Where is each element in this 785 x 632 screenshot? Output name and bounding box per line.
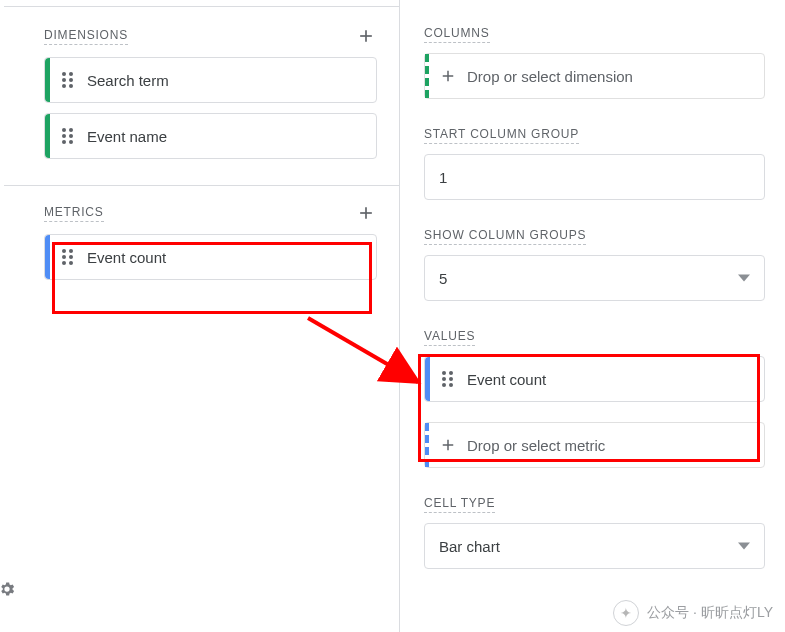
chevron-down-icon [738,270,750,287]
plus-icon [439,67,457,85]
metric-stripe [45,235,50,279]
metrics-title: METRICS [44,205,104,222]
start-column-group-title: START COLUMN GROUP [424,127,579,144]
chip-label: Search term [87,72,169,89]
start-column-group-input[interactable]: 1 [424,154,765,200]
drag-handle-icon[interactable] [59,72,75,88]
chip-label: Event name [87,128,167,145]
columns-title: COLUMNS [424,26,490,43]
dimension-stripe [45,58,50,102]
add-dimension-button[interactable] [355,25,377,47]
values-title: VALUES [424,329,475,346]
cell-type-section: CELL TYPE Bar chart [424,478,765,579]
dropzone-stripe [425,423,429,467]
select-value: Bar chart [439,538,500,555]
dropzone-label: Drop or select dimension [467,68,633,85]
drag-handle-icon[interactable] [439,371,455,387]
show-column-groups-select[interactable]: 5 [424,255,765,301]
drag-handle-icon[interactable] [59,128,75,144]
dimension-chip[interactable]: Event name [44,113,377,159]
dimensions-title: DIMENSIONS [44,28,128,45]
show-column-groups-title: SHOW COLUMN GROUPS [424,228,586,245]
chevron-down-icon [738,538,750,555]
plus-icon [439,436,457,454]
cell-type-title: CELL TYPE [424,496,495,513]
left-panel: DIMENSIONS Search term Event name METRIC… [0,0,400,632]
add-metric-button[interactable] [355,202,377,224]
chip-label: Event count [467,371,546,388]
dimensions-section: DIMENSIONS Search term Event name [4,7,399,179]
dimension-stripe [45,114,50,158]
columns-dropzone[interactable]: Drop or select dimension [424,53,765,99]
dropzone-stripe [425,54,429,98]
values-section: VALUES Event count Drop or select metric [424,311,765,478]
dropzone-label: Drop or select metric [467,437,605,454]
gear-icon[interactable] [0,580,16,602]
metric-chip[interactable]: Event count [44,234,377,280]
value-chip[interactable]: Event count [424,356,765,402]
input-value: 1 [439,169,447,186]
start-column-group-section: START COLUMN GROUP 1 [424,109,765,210]
drag-handle-icon[interactable] [59,249,75,265]
metric-stripe [425,357,430,401]
right-panel: COLUMNS Drop or select dimension START C… [400,0,785,632]
dimension-chip[interactable]: Search term [44,57,377,103]
chip-label: Event count [87,249,166,266]
cell-type-select[interactable]: Bar chart [424,523,765,569]
values-dropzone[interactable]: Drop or select metric [424,422,765,468]
columns-section: COLUMNS Drop or select dimension [424,0,765,109]
show-column-groups-section: SHOW COLUMN GROUPS 5 [424,210,765,311]
metrics-section: METRICS Event count [4,186,399,300]
select-value: 5 [439,270,447,287]
